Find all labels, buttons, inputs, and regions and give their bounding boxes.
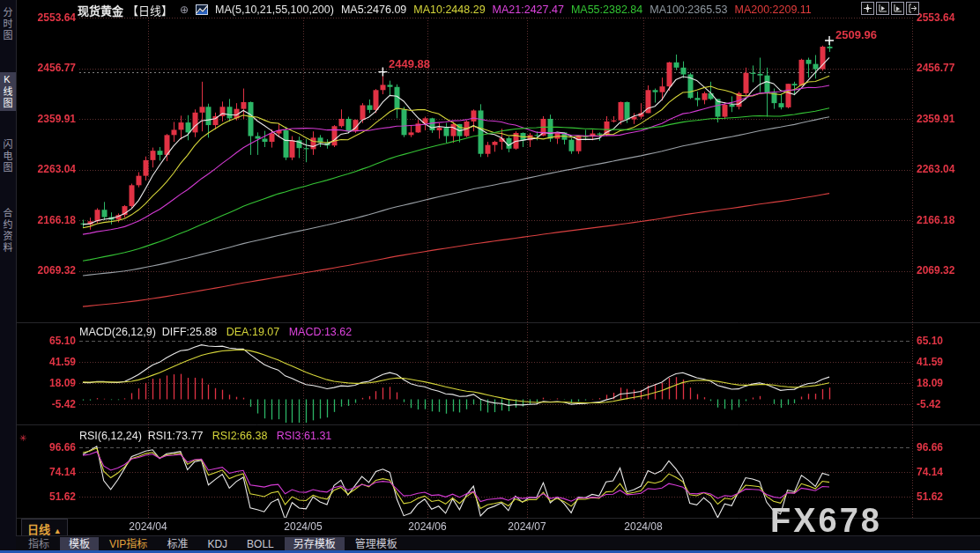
price-tick-right: 2069.32: [917, 264, 978, 276]
ma100-value: MA100:2365.53: [650, 4, 727, 16]
price-tick-right: 2456.77: [917, 62, 978, 74]
macd-tick-left: 18.09: [18, 377, 76, 389]
macd-tick-left: 41.59: [18, 356, 76, 368]
symbol-title: 现货黄金: [78, 2, 123, 18]
period-title: 【日线】: [127, 2, 173, 18]
panel-marker-icon[interactable]: ✳: [19, 433, 26, 443]
macd-tick-left: -5.42: [18, 398, 76, 410]
macd-tick-right: 65.10: [917, 335, 978, 347]
price-tick-left: 2263.04: [18, 163, 76, 175]
macd-value: MACD:13.62: [289, 326, 353, 338]
compress-xaxis-icon[interactable]: [876, 2, 889, 15]
chart-toolbar: [861, 2, 919, 15]
tab-indicators[interactable]: 指标: [19, 537, 58, 551]
trading-app-window: { "sidebar": { "items": [ {"label": "分时图…: [0, 0, 980, 553]
exit-chart-icon[interactable]: [906, 2, 919, 15]
price-tick-left: 2359.91: [18, 113, 76, 125]
rsi-header: RSI(6,12,24) RSI1:73.77 RSI2:66.38 RSI3:…: [79, 430, 331, 442]
xaxis-month-label: 2024/05: [278, 520, 328, 533]
ma5-value: MA5:2476.09: [341, 4, 406, 16]
rsi-tick-left: 51.62: [18, 490, 76, 503]
rsi-tick-left: 74.14: [18, 466, 76, 478]
rsi-tick-right: 96.66: [917, 441, 978, 453]
price-tick-right: 2263.04: [917, 163, 978, 175]
xaxis-month-label: 2024/06: [403, 520, 452, 533]
price-tick-left: 2553.64: [18, 11, 76, 24]
price-tick-left: 2166.18: [18, 214, 76, 226]
chart-header: 现货黄金【日线】 ⊕ MA(5,10,21,55,100,200) MA5:24…: [78, 2, 812, 18]
price-tick-right: 2553.64: [917, 11, 978, 24]
price-tick-left: 2069.32: [18, 264, 76, 276]
tab-kdj[interactable]: KDJ: [198, 537, 236, 551]
high-price-label-last: 2509.96: [835, 28, 877, 41]
macd-header: MACD(26,12,9) DIFF:25.88 DEA:19.07 MACD:…: [79, 326, 352, 338]
timeframe-label: 日线: [27, 523, 50, 536]
caret-up-icon: ▲: [54, 527, 62, 535]
rsi-tick-right: 51.62: [917, 490, 978, 503]
expand-xaxis-icon[interactable]: [891, 2, 904, 15]
rsi2-value: RSI2:66.38: [212, 430, 268, 442]
fx678-watermark: FX678: [770, 502, 882, 540]
macd-diff-value: DIFF:25.88: [162, 326, 218, 338]
tab-template[interactable]: 模板: [60, 537, 99, 551]
price-tick-right: 2359.91: [917, 113, 978, 125]
price-tick-left: 2456.77: [18, 62, 76, 74]
price-tick-right: 2166.18: [917, 214, 978, 226]
ma200-value: MA200:2209.11: [734, 4, 811, 16]
sidebar-item-contract-info[interactable]: 合约资料: [0, 206, 16, 255]
tab-save-template[interactable]: 另存模板: [285, 537, 345, 551]
ma-settings-label: MA(5,10,21,55,100,200): [215, 4, 334, 16]
tab-manage-template[interactable]: 管理模板: [346, 537, 406, 551]
sidebar-item-kline-chart[interactable]: K线图: [0, 72, 16, 111]
macd-dea-value: DEA:19.07: [226, 326, 279, 338]
macd-tick-right: 41.59: [917, 356, 978, 368]
tab-vip-indicators[interactable]: VIP指标: [100, 537, 156, 551]
indicator-chart-icon[interactable]: [196, 4, 208, 15]
xaxis-month-label: 2024/04: [123, 520, 173, 533]
bottom-tab-bar: 指标 模板 VIP指标 标准 KDJ BOLL 另存模板 管理模板: [16, 535, 980, 551]
sidebar-item-time-chart[interactable]: 分时图: [0, 5, 16, 43]
sidebar-item-lightning-chart[interactable]: 闪电图: [0, 137, 16, 175]
ma21-value: MA21:2427.47: [493, 4, 564, 16]
rsi1-value: RSI1:73.77: [148, 430, 204, 442]
xaxis-month-label: 2024/07: [502, 520, 552, 533]
tab-boll[interactable]: BOLL: [238, 537, 283, 551]
macd-tick-left: 65.10: [18, 335, 76, 347]
tab-standard[interactable]: 标准: [158, 537, 197, 551]
crosshair-icon[interactable]: [861, 2, 874, 15]
macd-title: MACD(26,12,9): [79, 326, 156, 338]
macd-tick-right: 18.09: [917, 377, 978, 389]
ma55-value: MA55:2382.84: [571, 4, 642, 16]
high-price-label-may: 2449.88: [389, 57, 430, 70]
left-sidebar: 分时图 K线图 闪电图 合约资料: [0, 0, 17, 553]
ma10-value: MA10:2448.29: [413, 4, 485, 16]
circle-plus-icon[interactable]: ⊕: [180, 4, 189, 16]
rsi-title: RSI(6,12,24): [79, 430, 142, 442]
kline-chart-canvas[interactable]: [0, 0, 980, 553]
rsi-tick-right: 74.14: [917, 466, 978, 478]
xaxis-month-label: 2024/08: [619, 520, 668, 533]
macd-tick-right: -5.42: [917, 398, 978, 410]
rsi-tick-left: 96.66: [18, 441, 76, 453]
rsi3-value: RSI3:61.31: [277, 430, 332, 442]
